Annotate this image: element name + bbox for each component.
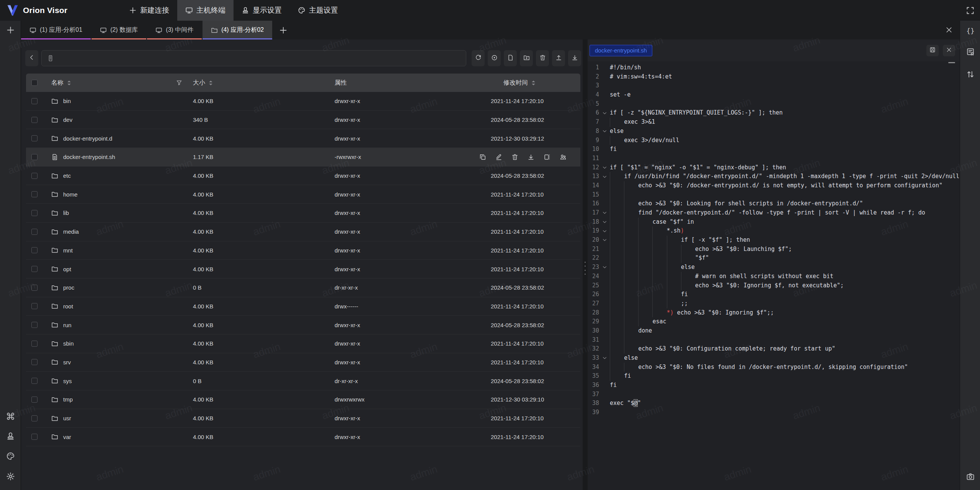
file-row[interactable]: opt4.00 KBdrwxr-xr-x2021-11-24 17:20:10 (26, 260, 580, 279)
row-checkbox[interactable] (31, 117, 38, 123)
code-editor[interactable]: 1#!/bin/sh2# vim:sw=4:ts=4:et34set -e56i… (588, 61, 960, 490)
path-input-wrap[interactable] (41, 50, 466, 66)
column-header-size[interactable]: 大小 (193, 79, 205, 87)
top-menu-item-3[interactable]: 显示设置 (234, 0, 290, 21)
splitter-handle-icon[interactable] (584, 262, 586, 275)
close-editor-button[interactable] (943, 45, 955, 56)
row-checkbox[interactable] (31, 173, 38, 179)
file-row[interactable]: proc0 Bdr-xr-xr-x2024-05-28 23:58:02 (26, 279, 580, 297)
file-row[interactable]: docker-entrypoint.sh1.17 KB-rwxrwxr-x (26, 148, 580, 167)
fold-chevron-down-icon[interactable] (599, 354, 610, 363)
fold-chevron-down-icon[interactable] (599, 226, 610, 236)
file-row[interactable]: run4.00 KBdrwxr-xr-x2024-05-28 23:58:02 (26, 316, 580, 334)
panel-splitter[interactable] (583, 39, 588, 490)
file-row[interactable]: docker-entrypoint.d4.00 KBdrwxr-xr-x2021… (26, 129, 580, 148)
fold-chevron-down-icon[interactable] (599, 163, 610, 172)
file-row[interactable]: sys0 Bdr-xr-xr-x2024-05-28 23:58:02 (26, 372, 580, 390)
fold-gutter (599, 290, 610, 299)
terminal-tab-1[interactable]: (1) 应用-分析01 (21, 21, 91, 39)
toolbar-eye-button[interactable] (488, 50, 501, 66)
column-header-mtime[interactable]: 修改时间 (503, 79, 528, 87)
row-checkbox[interactable] (31, 154, 38, 160)
sidebar-new-connection-button[interactable] (0, 23, 21, 36)
close-icon[interactable] (945, 26, 953, 34)
strip-braces-icon[interactable]: {} (960, 25, 980, 38)
row-action-move-icon[interactable] (544, 154, 550, 161)
row-action-edit-icon[interactable] (495, 154, 502, 161)
row-checkbox[interactable] (31, 266, 38, 272)
new-tab-button[interactable] (279, 26, 287, 34)
path-input[interactable] (57, 51, 466, 66)
file-row[interactable]: dev340 Bdrwxr-xr-x2024-05-28 23:58:02 (26, 111, 580, 129)
row-checkbox[interactable] (31, 397, 38, 403)
file-row[interactable]: root4.00 KBdrwx------2021-11-24 17:20:10 (26, 297, 580, 316)
file-row[interactable]: bin4.00 KBdrwxr-xr-x2021-11-24 17:20:10 (26, 92, 580, 111)
fold-chevron-down-icon[interactable] (599, 236, 610, 245)
column-header-name[interactable]: 名称 (51, 79, 64, 87)
fullscreen-icon[interactable] (966, 6, 975, 15)
file-name-cell: docker-entrypoint.sh (44, 154, 193, 161)
row-checkbox[interactable] (31, 415, 38, 421)
strip-swap-vertical-icon[interactable] (960, 68, 980, 81)
top-menu-item-4[interactable]: 主题设置 (290, 0, 346, 21)
file-row[interactable]: srv4.00 KBdrwxr-xr-x2021-11-24 17:20:10 (26, 353, 580, 372)
fold-chevron-down-icon[interactable] (599, 263, 610, 272)
sidebar-palette-icon[interactable] (0, 449, 21, 462)
terminal-tab-3[interactable]: (3) 中间件 (147, 21, 202, 39)
open-file-chip[interactable]: docker-entrypoint.sh (590, 45, 652, 56)
toolbar-trash-button[interactable] (536, 50, 549, 66)
fold-chevron-down-icon[interactable] (599, 218, 610, 227)
file-row[interactable]: etc4.00 KBdrwxr-xr-x2024-05-28 23:58:02 (26, 167, 580, 185)
sort-carets-icon[interactable] (208, 80, 213, 86)
row-checkbox[interactable] (31, 191, 38, 197)
row-checkbox[interactable] (31, 359, 38, 365)
toolbar-download-button[interactable] (568, 50, 581, 66)
fold-chevron-down-icon[interactable] (599, 108, 610, 118)
back-button[interactable] (25, 50, 38, 66)
row-checkbox[interactable] (31, 210, 38, 216)
row-checkbox[interactable] (31, 303, 38, 309)
sort-carets-icon[interactable] (67, 80, 72, 86)
toolbar-new-folder-button[interactable] (520, 50, 533, 66)
fold-chevron-down-icon[interactable] (599, 127, 610, 136)
row-checkbox[interactable] (31, 98, 38, 104)
row-checkbox[interactable] (31, 434, 38, 440)
row-action-trash-icon[interactable] (511, 154, 518, 161)
sidebar-stamp-icon[interactable] (0, 429, 21, 442)
terminal-tab-2[interactable]: (2) 数据库 (91, 21, 146, 39)
file-row[interactable]: var4.00 KBdrwxr-xr-x2021-11-24 17:20:10 (26, 428, 580, 446)
file-row[interactable]: media4.00 KBdrwxr-xr-x2021-11-24 17:20:1… (26, 223, 580, 241)
top-menu-item-1[interactable]: 新建连接 (121, 0, 177, 21)
fold-chevron-down-icon[interactable] (599, 208, 610, 218)
row-action-permissions-icon[interactable] (560, 154, 567, 161)
row-checkbox[interactable] (31, 247, 38, 253)
row-checkbox[interactable] (31, 322, 38, 328)
file-row[interactable]: sbin4.00 KBdrwxr-xr-x2021-11-24 17:20:10 (26, 334, 580, 353)
file-row[interactable]: lib4.00 KBdrwxr-xr-x2021-11-24 17:20:10 (26, 204, 580, 223)
row-action-copy-icon[interactable] (479, 154, 486, 161)
row-checkbox[interactable] (31, 341, 38, 347)
row-checkbox[interactable] (31, 135, 38, 141)
file-row[interactable]: usr4.00 KBdrwxr-xr-x2021-11-24 17:20:10 (26, 409, 580, 428)
toolbar-new-file-button[interactable] (504, 50, 517, 66)
sort-carets-icon[interactable] (531, 80, 536, 86)
file-row[interactable]: tmp4.00 KBdrwxrwxrwx2021-12-30 03:29:10 (26, 390, 580, 409)
toolbar-refresh-button[interactable] (472, 50, 485, 66)
sidebar-command-icon[interactable] (0, 410, 21, 423)
filter-icon[interactable] (176, 80, 182, 86)
file-row[interactable]: home4.00 KBdrwxr-xr-x2021-11-24 17:20:10 (26, 185, 580, 204)
row-checkbox[interactable] (31, 285, 38, 291)
toolbar-upload-button[interactable] (552, 50, 565, 66)
strip-doc-bookmark-icon[interactable] (960, 45, 980, 58)
strip-camera-icon[interactable] (960, 470, 980, 483)
select-all-checkbox[interactable] (31, 80, 38, 86)
terminal-tab-4[interactable]: (4) 应用-分析02 (203, 21, 272, 39)
row-checkbox[interactable] (31, 378, 38, 384)
top-menu-item-2[interactable]: 主机终端 (177, 0, 234, 21)
sidebar-gear-icon[interactable] (0, 470, 21, 483)
file-row[interactable]: mnt4.00 KBdrwxr-xr-x2021-11-24 17:20:10 (26, 241, 580, 260)
fold-chevron-down-icon[interactable] (599, 172, 610, 181)
row-action-download-icon[interactable] (528, 154, 534, 161)
save-button[interactable] (926, 45, 939, 56)
row-checkbox[interactable] (31, 229, 38, 235)
